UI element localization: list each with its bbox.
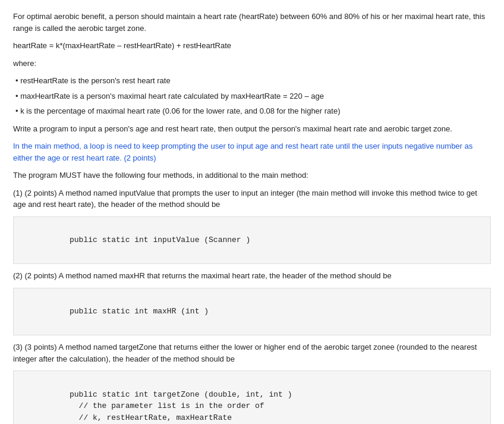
bullet-3: • k is the percentage of maximal heart r…: [13, 105, 491, 117]
method2-section: (2) (2 points) A method named maxHR that…: [13, 270, 491, 335]
methods-intro-text: The program MUST have the following four…: [13, 171, 308, 180]
method1-desc-text: (1) (2 points) A method named inputValue…: [13, 189, 477, 209]
bullet-1: • restHeartRate is the person's rest hea…: [13, 75, 491, 87]
main-content: For optimal aerobic benefit, a person sh…: [13, 11, 491, 424]
method2-desc: (2) (2 points) A method named maxHR that…: [13, 270, 491, 282]
loop-desc: In the main method, a loop is need to ke…: [13, 140, 491, 164]
method1-section: (1) (2 points) A method named inputValue…: [13, 187, 491, 265]
intro-text: For optimal aerobic benefit, a person sh…: [13, 12, 485, 33]
method3-desc-text: (3) (3 points) A method named targetZone…: [13, 343, 477, 363]
method3-code-block: public static int targetZone (double, in…: [13, 370, 491, 424]
method1-desc: (1) (2 points) A method named inputValue…: [13, 187, 491, 211]
method1-code-text: public static int inputValue (Scanner ): [51, 235, 250, 244]
where-label: where:: [13, 58, 491, 70]
formula-text: heartRate = k*(maxHeartRate – restHeartR…: [13, 41, 231, 50]
task-line: Write a program to input a person's age …: [13, 123, 491, 135]
method1-code-block: public static int inputValue (Scanner ): [13, 216, 491, 265]
method2-code-text: public static int maxHR (int ): [51, 307, 209, 316]
method3-section: (3) (3 points) A method named targetZone…: [13, 341, 491, 424]
bullet-1-text: • restHeartRate is the person's rest hea…: [15, 76, 171, 85]
bullet-2: • maxHeartRate is a person's maximal hea…: [13, 90, 491, 102]
bullet-2-text: • maxHeartRate is a person's maximal hea…: [15, 92, 324, 100]
method3-desc: (3) (3 points) A method named targetZone…: [13, 341, 491, 365]
task-text: Write a program to input a person's age …: [13, 124, 452, 133]
methods-intro: The program MUST have the following four…: [13, 169, 491, 181]
method3-code-text: public static int targetZone (double, in…: [23, 390, 292, 422]
where-text: where:: [13, 59, 36, 68]
method2-desc-text: (2) (2 points) A method named maxHR that…: [13, 271, 392, 280]
bullet-3-text: • k is the percentage of maximal heart r…: [15, 106, 341, 115]
formula-line: heartRate = k*(maxHeartRate – restHeartR…: [13, 40, 491, 52]
intro-paragraph: For optimal aerobic benefit, a person sh…: [13, 11, 491, 34]
loop-text: In the main method, a loop is need to ke…: [13, 142, 472, 162]
method2-code-block: public static int maxHR (int ): [13, 288, 491, 336]
